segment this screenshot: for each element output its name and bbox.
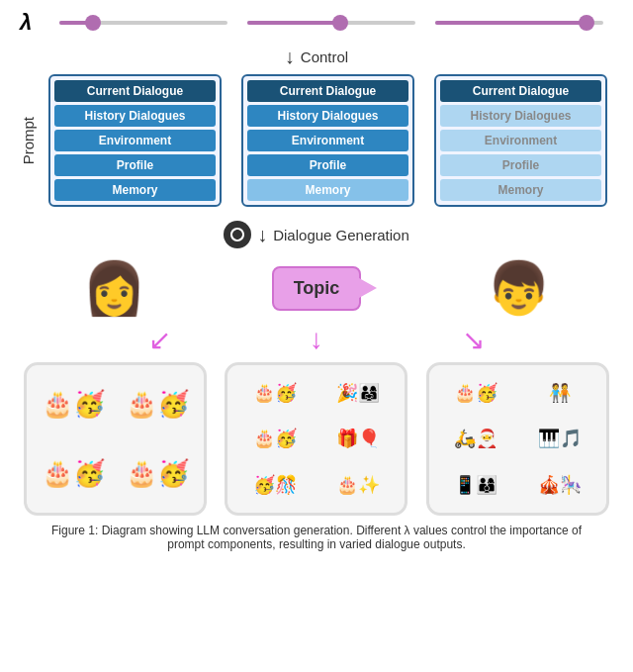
characters-row: 👩 Topic 👦 xyxy=(20,262,613,314)
main-container: λ xyxy=(0,0,633,571)
box1-item-2: Environment xyxy=(54,130,216,151)
arrow-right-pink: ↘ xyxy=(462,324,485,356)
image-grid-1: 🎂🥳 🎂🥳 🎂🥳 🎂🥳 xyxy=(27,365,204,513)
slider-2-thumb[interactable] xyxy=(332,15,348,31)
box1-item-0: Current Dialogue xyxy=(54,80,216,102)
img1-cell-2: 🎂🥳 xyxy=(33,440,115,508)
box2-item-0: Current Dialogue xyxy=(247,80,408,102)
image-box-3: 🎂🥳 🧑‍🤝‍🧑 🛵🎅 🎹🎵 📱👨‍👩‍👦 🎪🎠 xyxy=(426,362,609,516)
box2-item-3: Profile xyxy=(247,154,408,176)
dialogue-generation-row: ↓ Dialogue Generation xyxy=(224,221,409,248)
box2-item-2: Environment xyxy=(247,130,408,151)
img3-cell-3: 🎹🎵 xyxy=(518,417,600,460)
img2-cell-5: 🎂✨ xyxy=(317,463,400,507)
prompt-section: Prompt Current Dialogue History Dialogue… xyxy=(20,74,613,207)
lambda-label: λ xyxy=(20,10,40,36)
box1-item-4: Memory xyxy=(54,179,216,201)
control-row: ↓ Control xyxy=(285,46,348,68)
slider-2[interactable] xyxy=(247,21,415,25)
img2-cell-2: 🎂🥳 xyxy=(233,417,316,460)
slider-1[interactable] xyxy=(59,21,227,25)
dialogue-label: Dialogue Generation xyxy=(273,227,409,243)
slider-2-fill xyxy=(247,21,340,25)
img2-cell-0: 🎂🥳 xyxy=(233,371,316,415)
img2-cell-3: 🎁🎈 xyxy=(317,417,400,460)
openai-icon xyxy=(224,221,251,248)
img1-cell-0: 🎂🥳 xyxy=(33,371,115,438)
img1-cell-3: 🎂🥳 xyxy=(117,440,199,508)
img3-cell-2: 🛵🎅 xyxy=(435,417,517,460)
arrows-row: ↙ ↓ ↘ xyxy=(79,324,554,356)
slider-3-thumb[interactable] xyxy=(579,15,594,31)
box2-item-4: Memory xyxy=(247,179,408,201)
box3-item-1: History Dialogues xyxy=(440,105,601,127)
prompt-label: Prompt xyxy=(20,117,37,164)
slider-2-track xyxy=(247,21,415,25)
left-character-emoji: 👩 xyxy=(82,262,146,314)
control-arrow: ↓ xyxy=(285,46,295,68)
image-box-2: 🎂🥳 🎉👨‍👩‍👧 🎂🥳 🎁🎈 🥳🎊 🎂✨ xyxy=(225,362,407,516)
prompt-box-2: Current Dialogue History Dialogues Envir… xyxy=(241,74,414,207)
box2-item-1: History Dialogues xyxy=(247,105,408,127)
prompt-boxes: Current Dialogue History Dialogues Envir… xyxy=(43,74,613,207)
image-grid-3: 🎂🥳 🧑‍🤝‍🧑 🛵🎅 🎹🎵 📱👨‍👩‍👦 🎪🎠 xyxy=(429,365,606,513)
box1-item-3: Profile xyxy=(54,154,216,176)
slider-3[interactable] xyxy=(435,21,603,25)
arrow-center-pink: ↓ xyxy=(310,324,323,356)
slider-3-track xyxy=(435,21,603,25)
img1-cell-1: 🎂🥳 xyxy=(117,371,199,438)
image-grid-2: 🎂🥳 🎉👨‍👩‍👧 🎂🥳 🎁🎈 🥳🎊 🎂✨ xyxy=(227,365,405,513)
box3-item-3: Profile xyxy=(440,154,601,176)
right-character: 👦 xyxy=(487,262,551,314)
prompt-box-1: Current Dialogue History Dialogues Envir… xyxy=(48,74,222,207)
topic-box: Topic xyxy=(272,266,362,311)
lambda-row: λ xyxy=(20,10,613,36)
image-box-1: 🎂🥳 🎂🥳 🎂🥳 🎂🥳 xyxy=(24,362,207,516)
images-row: 🎂🥳 🎂🥳 🎂🥳 🎂🥳 🎂🥳 🎉👨‍👩‍👧 🎂🥳 🎁🎈 🥳🎊 🎂✨ 🎂🥳 xyxy=(20,362,613,516)
prompt-box-3: Current Dialogue History Dialogues Envir… xyxy=(434,74,607,207)
img3-cell-4: 📱👨‍👩‍👦 xyxy=(435,463,517,507)
figure-caption: Figure 1: Diagram showing LLM conversati… xyxy=(20,524,613,551)
img2-cell-4: 🥳🎊 xyxy=(233,463,316,507)
topic-label: Topic xyxy=(294,278,340,298)
slider-1-track xyxy=(59,21,227,25)
box3-item-0: Current Dialogue xyxy=(440,80,601,102)
img3-cell-1: 🧑‍🤝‍🧑 xyxy=(518,371,600,415)
img2-cell-1: 🎉👨‍👩‍👧 xyxy=(317,371,400,415)
slider-3-fill xyxy=(435,21,587,25)
box1-item-1: History Dialogues xyxy=(54,105,216,127)
box3-item-2: Environment xyxy=(440,130,601,151)
sliders-row xyxy=(49,21,613,25)
control-label: Control xyxy=(301,48,348,65)
dialogue-arrow: ↓ xyxy=(257,224,267,246)
img3-cell-5: 🎪🎠 xyxy=(518,463,600,507)
arrow-left-pink: ↙ xyxy=(148,324,171,356)
img3-cell-0: 🎂🥳 xyxy=(435,371,517,415)
box3-item-4: Memory xyxy=(440,179,601,201)
left-character: 👩 xyxy=(82,262,146,314)
right-character-emoji: 👦 xyxy=(487,262,551,314)
slider-1-thumb[interactable] xyxy=(85,15,101,31)
